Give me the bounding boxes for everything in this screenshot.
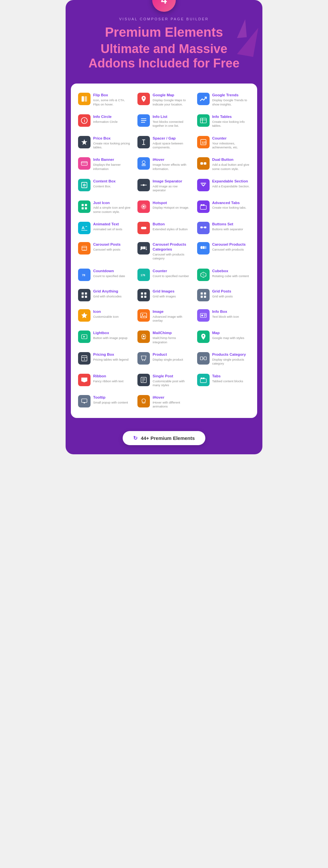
element-desc: Content Box. xyxy=(93,184,131,188)
element-icon xyxy=(137,331,150,343)
svg-text:176: 176 xyxy=(141,274,145,276)
element-icon xyxy=(197,331,210,343)
element-item: Cubebox Rotating cube with content xyxy=(195,266,252,284)
element-name: Price Box xyxy=(93,136,131,141)
element-desc: Image hover effects with information. xyxy=(153,163,190,171)
element-item: Expandable Section Add a Expandable Sect… xyxy=(195,176,252,195)
element-desc: Small popup with content xyxy=(93,401,131,405)
svg-rect-68 xyxy=(204,292,206,294)
element-icon xyxy=(137,136,150,148)
element-name: Spacer / Gap xyxy=(153,136,190,141)
element-icon xyxy=(137,374,150,386)
element-item: Info List Text blocks connected together… xyxy=(135,112,192,131)
refresh-icon: ↻ xyxy=(133,435,137,441)
element-desc: Create nice looking tabs. xyxy=(212,206,250,210)
svg-rect-15 xyxy=(81,162,87,165)
svg-rect-69 xyxy=(200,296,202,298)
element-desc: Information Circle xyxy=(93,120,131,124)
svg-rect-64 xyxy=(144,292,146,294)
element-item: iHover iHover with different animations xyxy=(135,393,192,411)
element-name: Info Box xyxy=(212,309,250,314)
element-item: Spacer / Gap Adjust space between compon… xyxy=(135,133,192,152)
element-icon xyxy=(197,269,210,281)
svg-point-74 xyxy=(201,314,203,316)
svg-point-31 xyxy=(143,206,145,208)
element-item: Icon Customizable icon xyxy=(76,307,133,326)
element-name: Hotspot xyxy=(153,200,190,205)
element-icon xyxy=(197,93,210,105)
element-desc: Carousel with posts xyxy=(93,248,131,252)
element-item: Buttons Set Buttons with separator xyxy=(195,219,252,237)
element-desc: Add a dual button and give some custom s… xyxy=(212,163,250,171)
svg-rect-35 xyxy=(200,204,202,206)
element-item: Tabs Tabbed content blocks xyxy=(195,371,252,390)
element-icon xyxy=(78,242,90,254)
element-item: Content Box Content Box. xyxy=(76,176,133,195)
svg-rect-6 xyxy=(141,122,145,123)
element-item: Map Google map with styles xyxy=(195,328,252,347)
element-icon xyxy=(137,352,150,365)
header: VISUAL COMPOSER PAGE BUILDER Premium Ele… xyxy=(65,17,263,84)
element-item: Lightbox Button with image popup xyxy=(76,328,133,347)
element-desc: Display single products category xyxy=(212,358,250,366)
element-desc: Customizable post with many styles xyxy=(153,379,190,388)
element-item: Grid Posts Grid with posts xyxy=(195,286,252,304)
svg-point-98 xyxy=(142,399,146,403)
element-item: Google Trends Display Google Trends to s… xyxy=(195,90,252,109)
element-desc: Create nice looking info tables. xyxy=(212,120,250,128)
svg-rect-53 xyxy=(205,246,206,249)
svg-rect-34 xyxy=(200,205,206,209)
element-name: Map xyxy=(212,331,250,335)
element-icon xyxy=(78,136,90,148)
element-desc: Extended styles of button xyxy=(153,227,190,231)
svg-rect-95 xyxy=(203,377,205,379)
element-icon: $ xyxy=(78,352,90,365)
element-name: Google Trends xyxy=(212,93,250,98)
element-name: Tooltip xyxy=(93,395,131,400)
footer-pill[interactable]: ↻ 44+ Premium Elements xyxy=(123,431,205,445)
element-item: Just Icon Add a simple icon and give som… xyxy=(76,198,133,217)
element-name: Just Icon xyxy=(93,200,131,205)
element-desc: Text block with icon xyxy=(212,315,250,319)
svg-marker-88 xyxy=(81,377,87,382)
element-icon xyxy=(137,222,150,234)
element-item: 78 Countdown Count to specified date xyxy=(76,266,133,284)
svg-text:123: 123 xyxy=(201,141,206,144)
svg-rect-59 xyxy=(82,292,84,294)
svg-rect-63 xyxy=(141,292,143,294)
svg-rect-96 xyxy=(82,399,87,403)
element-item: Google Map Display Google Maps to indica… xyxy=(135,90,192,109)
element-desc: Fancy ribbon with text xyxy=(93,379,131,383)
element-name: Animated Text xyxy=(93,222,131,227)
element-icon xyxy=(197,242,210,254)
svg-rect-62 xyxy=(85,296,87,298)
element-desc: Carousel with products category xyxy=(153,252,190,261)
element-desc: Add a simple icon and give some custom s… xyxy=(93,206,131,214)
title-white: Ultimate and Massive Addons Included for… xyxy=(79,42,249,70)
element-desc: Customizable icon xyxy=(93,315,131,319)
svg-text:i: i xyxy=(84,119,85,123)
element-name: Image Separator xyxy=(153,179,190,184)
element-item: Image Advanced image with overlay xyxy=(135,307,192,326)
page-wrapper: 4 VISUAL COMPOSER PAGE BUILDER Premium E… xyxy=(65,0,263,454)
element-name: Tabs xyxy=(212,374,250,379)
subtitle: VISUAL COMPOSER PAGE BUILDER xyxy=(79,17,249,21)
svg-rect-27 xyxy=(82,204,84,206)
element-item: Dual Button Add a dual button and give s… xyxy=(195,155,252,174)
element-desc: Carousel with products xyxy=(212,248,250,252)
elements-grid: Flip Box Icon, some info & CTA. Flips on… xyxy=(76,90,252,411)
element-name: Image xyxy=(153,309,190,314)
element-item: Price Box Create nice looking pricing ta… xyxy=(76,133,133,152)
element-desc: Buttons with separator xyxy=(212,227,250,231)
svg-rect-40 xyxy=(200,227,202,229)
element-icon xyxy=(197,222,210,234)
svg-rect-41 xyxy=(204,227,206,229)
svg-point-84 xyxy=(142,360,143,361)
svg-rect-87 xyxy=(204,357,206,360)
element-icon xyxy=(78,309,90,322)
svg-rect-36 xyxy=(203,204,205,206)
svg-rect-50 xyxy=(146,247,147,249)
element-icon xyxy=(78,289,90,301)
element-icon xyxy=(197,200,210,213)
element-name: Product xyxy=(153,352,190,357)
